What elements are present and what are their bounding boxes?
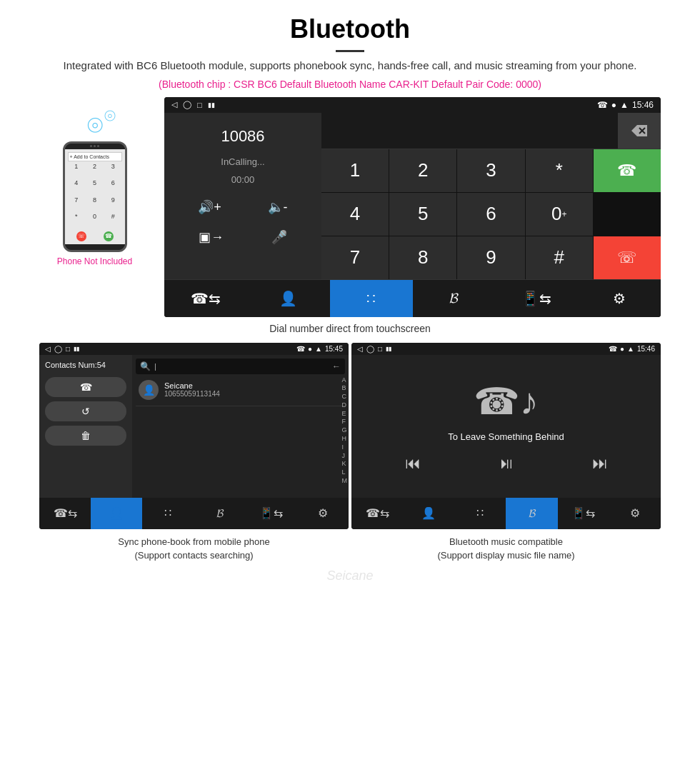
circle-icon: ◯ [183, 100, 191, 109]
dial-caption: Dial number direct from touchscreen [0, 323, 700, 334]
mic-icon[interactable]: 🎤 [271, 229, 287, 245]
contacts-panel: ◁ ◯ □ ▮▮ ☎ ● ▲ 15:45 Contacts Num:54 ☎ ↺ [39, 343, 349, 529]
call-timer: 00:00 [175, 174, 311, 185]
music-caption: Bluetooth music compatible(Support displ… [351, 535, 661, 563]
contacts-location-icon: ● [308, 345, 312, 353]
toolbar-phonebook[interactable]: 📱⇆ [495, 280, 578, 317]
key-6[interactable]: 6 [457, 193, 524, 236]
contacts-status-left: ◁ ◯ □ ▮▮ [45, 345, 79, 353]
toolbar-dialpad[interactable]: ∷ [330, 280, 413, 317]
keypad-grid: 1 2 3 * ☎ 4 5 6 0+ 7 8 [321, 149, 661, 279]
music-tb-phonebook[interactable]: 📱⇆ [558, 498, 609, 529]
key-1[interactable]: 1 [321, 149, 389, 192]
music-wifi-icon: ▲ [627, 345, 634, 353]
contact-info: Seicane 10655059113144 [164, 381, 342, 398]
transfer-controls: ▣→ 🎤 [175, 229, 311, 245]
key-3[interactable]: 3 [457, 149, 524, 192]
contacts-toolbar: ☎⇆ 👤 ∷ 𝓑 📱⇆ ⚙ [39, 498, 349, 529]
call-button[interactable]: ☎ [45, 377, 126, 397]
volume-up-icon[interactable]: 🔊+ [198, 199, 221, 215]
dial-content: 10086 InCalling... 00:00 🔊+ 🔈- ▣→ 🎤 [164, 113, 661, 279]
contacts-time: 15:45 [325, 345, 343, 353]
search-cursor: | [154, 362, 156, 371]
music-controls: ⏮ ⏯ ⏭ [366, 454, 646, 473]
call-end-button[interactable]: ☏ [594, 236, 661, 279]
key-hash[interactable]: # [526, 236, 593, 279]
contacts-tb-settings[interactable]: ⚙ [297, 498, 349, 529]
music-statusbar: ◁ ◯ □ ▮▮ ☎ ● ▲ 15:46 [351, 343, 661, 355]
music-toolbar: ☎⇆ 👤 ∷ 𝓑 📱⇆ ⚙ [351, 498, 661, 529]
location-icon: ● [611, 100, 616, 110]
music-back-icon: ◁ [357, 345, 363, 353]
contacts-search-bar[interactable]: 🔍 | ← [136, 359, 345, 374]
contacts-wifi-icon: ▲ [315, 345, 322, 353]
delete-button[interactable]: 🗑 [45, 426, 126, 446]
bottom-panels: ◁ ◯ □ ▮▮ ☎ ● ▲ 15:45 Contacts Num:54 ☎ ↺ [0, 343, 700, 529]
refresh-button[interactable]: ↺ [45, 401, 126, 421]
contacts-tb-dialpad[interactable]: ∷ [142, 498, 194, 529]
music-art-icon: ☎♪ [474, 380, 539, 423]
contacts-tb-person[interactable]: 👤 [91, 498, 142, 529]
contact-name: Seicane [164, 381, 342, 390]
music-signal: ▮▮ [386, 346, 391, 352]
toolbar-bluetooth[interactable]: 𝓑 [413, 280, 496, 317]
key-5[interactable]: 5 [389, 193, 456, 236]
dialed-number: 10086 [175, 124, 311, 149]
music-tb-person[interactable]: 👤 [403, 498, 454, 529]
phone-not-included-label: Phone Not Included [57, 256, 132, 266]
toolbar-call-transfer[interactable]: ☎⇆ [164, 280, 247, 317]
dial-info-panel: 10086 InCalling... 00:00 🔊+ 🔈- ▣→ 🎤 [164, 113, 321, 279]
call-green-button[interactable]: ☎ [594, 149, 661, 192]
volume-down-icon[interactable]: 🔈- [268, 199, 288, 215]
header-section: Bluetooth Integrated with BC6 Bluetooth … [0, 0, 700, 97]
music-song-title: To Leave Something Behind [448, 431, 564, 442]
search-icon: 🔍 [140, 361, 151, 371]
keypad-area: 1 2 3 * ☎ 4 5 6 0+ 7 8 [321, 113, 661, 279]
next-track-button[interactable]: ⏭ [592, 454, 608, 473]
volume-controls: 🔊+ 🔈- [175, 199, 311, 215]
music-tb-settings[interactable]: ⚙ [609, 498, 661, 529]
music-status-left: ◁ ◯ □ ▮▮ [357, 345, 391, 353]
bluetooth-waves-icon: ⦾ ⦾ [87, 111, 103, 138]
transfer-icon[interactable]: ▣→ [199, 229, 224, 245]
contacts-status-right: ☎ ● ▲ 15:45 [296, 345, 343, 353]
watermark: Seicane [0, 568, 700, 583]
toolbar-person[interactable]: 👤 [247, 280, 330, 317]
prev-track-button[interactable]: ⏮ [405, 454, 421, 473]
play-pause-button[interactable]: ⏯ [499, 454, 514, 473]
contacts-tb-bluetooth[interactable]: 𝓑 [194, 498, 245, 529]
key-0plus[interactable]: 0+ [526, 193, 593, 236]
contact-item[interactable]: 👤 Seicane 10655059113144 [136, 374, 345, 406]
key-star[interactable]: * [526, 149, 593, 192]
status-bar: ◁ ◯ □ ▮▮ ☎ ● ▲ 15:46 [164, 97, 661, 113]
music-time: 15:46 [637, 345, 655, 353]
phone-image-container: ⦾ ⦾ + Add to Contacts 123 456 789 *0# [39, 111, 150, 266]
backspace-search-icon[interactable]: ← [332, 361, 341, 371]
music-circle-icon: ◯ [366, 345, 374, 353]
backspace-button[interactable] [618, 113, 661, 149]
music-tb-dialpad[interactable]: ∷ [454, 498, 506, 529]
time-display: 15:46 [632, 100, 654, 110]
music-square-icon: □ [378, 345, 382, 353]
input-row [321, 113, 661, 149]
key-8[interactable]: 8 [389, 236, 456, 279]
header-specs: (Bluetooth chip : CSR BC6 Default Blueto… [29, 79, 671, 90]
key-4[interactable]: 4 [321, 193, 389, 236]
contact-phone: 10655059113144 [164, 390, 342, 398]
toolbar-settings[interactable]: ⚙ [578, 280, 661, 317]
music-tb-bluetooth[interactable]: 𝓑 [506, 498, 557, 529]
key-7[interactable]: 7 [321, 236, 389, 279]
number-input-field[interactable] [321, 113, 618, 149]
music-tb-call[interactable]: ☎⇆ [351, 498, 403, 529]
contacts-tb-phonebook[interactable]: 📱⇆ [246, 498, 297, 529]
music-caption-text: Bluetooth music compatible(Support displ… [437, 536, 574, 561]
music-panel: ◁ ◯ □ ▮▮ ☎ ● ▲ 15:46 ☎♪ To Leave Somethi… [351, 343, 661, 529]
key-2[interactable]: 2 [389, 149, 456, 192]
contacts-tb-call[interactable]: ☎⇆ [39, 498, 91, 529]
music-body: ☎♪ To Leave Something Behind ⏮ ⏯ ⏭ [351, 355, 661, 498]
contacts-caption: Sync phone-book from mobile phone(Suppor… [39, 535, 349, 563]
key-9[interactable]: 9 [457, 236, 524, 279]
contacts-caption-text: Sync phone-book from mobile phone(Suppor… [118, 536, 269, 561]
contacts-square-icon: □ [66, 345, 70, 353]
contacts-signal: ▮▮ [74, 346, 79, 352]
